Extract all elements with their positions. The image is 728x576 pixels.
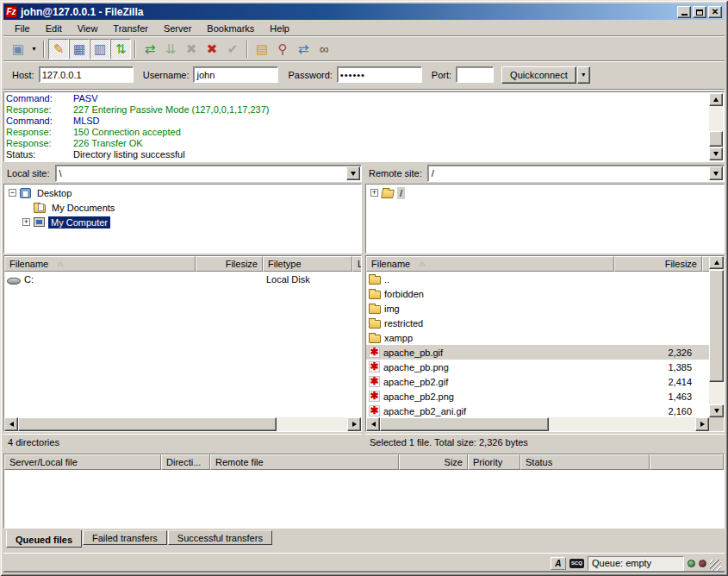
- column-header-filename[interactable]: Filename: [4, 256, 196, 272]
- remote-site-combo[interactable]: /: [427, 165, 725, 182]
- maximize-button[interactable]: [693, 6, 706, 18]
- tab-successful-transfers[interactable]: Successful transfers: [168, 530, 272, 545]
- tab-failed-transfers[interactable]: Failed transfers: [83, 530, 167, 545]
- tree-item-my-computer[interactable]: +My Computer: [4, 215, 361, 229]
- column-header-status[interactable]: Status: [520, 454, 650, 470]
- log-scrollbar-thumb[interactable]: [709, 131, 723, 147]
- transfer-queue: Server/Local fileDirecti...Remote fileSi…: [3, 454, 725, 529]
- chevron-down-icon: ▼: [581, 72, 587, 78]
- remote-site-dropdown[interactable]: [709, 166, 723, 180]
- quickconnect-button[interactable]: Quickconnect: [501, 66, 576, 84]
- quickconnect-dropdown[interactable]: ▼: [577, 66, 590, 84]
- password-input[interactable]: [337, 66, 422, 83]
- toolbar: ▣▼✎▦▥⇅⇄⇊✖✖✔▤⚲⇄∞: [3, 37, 725, 60]
- reconnect-icon[interactable]: ✔: [222, 39, 243, 59]
- sort-ascending-icon: [419, 261, 426, 266]
- username-input[interactable]: [193, 66, 278, 83]
- find-icon[interactable]: ∞: [314, 39, 334, 59]
- pane-splitter[interactable]: [362, 165, 365, 450]
- filename-text: xampp: [384, 333, 413, 343]
- scrollbar-corner: [709, 417, 724, 431]
- menu-edit[interactable]: Edit: [38, 22, 70, 35]
- file-row-c[interactable]: C:Local Disk: [4, 272, 361, 286]
- port-input[interactable]: [456, 66, 494, 83]
- toggle-remote-tree-icon[interactable]: ▥: [90, 39, 110, 59]
- collapse-icon[interactable]: −: [9, 189, 16, 197]
- log-line: Response:150 Connection accepted: [6, 127, 706, 138]
- toggle-local-tree-icon[interactable]: ▦: [69, 39, 90, 59]
- username-label: Username:: [143, 70, 190, 80]
- local-site-dropdown[interactable]: [346, 166, 360, 180]
- cancel-icon[interactable]: ✖: [181, 39, 202, 59]
- tab-queued-files[interactable]: Queued files: [6, 530, 82, 548]
- file-row-apache-pb-gif[interactable]: ✱apache_pb.gif2,326: [366, 345, 724, 360]
- file-row-[interactable]: ..: [366, 272, 724, 286]
- compare-icon[interactable]: ⚲: [272, 39, 293, 59]
- file-row-forbidden[interactable]: forbidden: [366, 286, 724, 301]
- queue-size-text: Queue: empty: [592, 558, 651, 568]
- folder-icon: [369, 305, 381, 314]
- resize-grip[interactable]: [710, 560, 721, 571]
- menu-view[interactable]: View: [70, 22, 106, 35]
- log-scrollbar[interactable]: [709, 93, 723, 160]
- log-line: Response:226 Transfer OK: [6, 138, 706, 149]
- file-row-apache-pb2-png[interactable]: ✱apache_pb2.png1,463: [366, 389, 724, 404]
- filter-icon[interactable]: ▤: [252, 39, 272, 59]
- minimize-button[interactable]: [677, 6, 691, 18]
- menu-transfer[interactable]: Transfer: [105, 22, 156, 35]
- remote-vscrollbar[interactable]: [709, 256, 724, 417]
- toggle-log-icon[interactable]: ✎: [48, 39, 69, 59]
- column-header-filesize[interactable]: Filesize: [196, 256, 263, 272]
- menu-bookmarks[interactable]: Bookmarks: [199, 22, 262, 35]
- scroll-left-icon: [9, 422, 14, 427]
- column-header-filesize[interactable]: Filesize: [614, 256, 702, 272]
- local-site-combo[interactable]: \: [55, 165, 362, 182]
- tree-item-[interactable]: +/: [366, 185, 724, 200]
- local-hscrollbar-thumb[interactable]: [18, 417, 277, 431]
- filesize-text: 2,326: [614, 347, 695, 358]
- expand-icon[interactable]: +: [370, 189, 378, 197]
- local-status-text: 4 directories: [8, 437, 59, 448]
- remote-vscrollbar-thumb[interactable]: [709, 270, 724, 382]
- file-row-img[interactable]: img: [366, 301, 724, 316]
- site-manager-icon[interactable]: ▣: [8, 39, 28, 59]
- file-row-apache-pb2-ani-gif[interactable]: ✱apache_pb2_ani.gif2,160: [366, 404, 724, 418]
- message-log: Command:PASVResponse:227 Entering Passiv…: [3, 91, 725, 162]
- column-header-filename[interactable]: Filename: [366, 256, 614, 272]
- column-header-directi[interactable]: Directi...: [161, 454, 210, 470]
- disconnect-icon[interactable]: ✖: [202, 39, 222, 59]
- file-row-apache-pb-png[interactable]: ✱apache_pb.png1,385: [366, 360, 724, 374]
- toolbar-separator: [43, 41, 45, 58]
- menu-server[interactable]: Server: [156, 22, 199, 35]
- host-input[interactable]: [39, 66, 134, 83]
- column-header-server-local-file[interactable]: Server/Local file: [4, 454, 161, 470]
- tree-item-my-documents[interactable]: My Documents: [4, 200, 361, 215]
- close-button[interactable]: ✕: [708, 6, 722, 18]
- column-header-priority[interactable]: Priority: [468, 454, 520, 470]
- sync-browsing-icon[interactable]: ⇄: [293, 39, 314, 59]
- column-header-remote-file[interactable]: Remote file: [210, 454, 399, 470]
- log-line-text: Directory listing successful: [73, 149, 185, 160]
- title-bar[interactable]: Fz john@127.0.0.1 - FileZilla ✕: [3, 3, 725, 20]
- site-manager-dropdown[interactable]: ▼: [28, 39, 40, 59]
- menu-help[interactable]: Help: [262, 22, 297, 35]
- remote-hscrollbar-thumb[interactable]: [380, 417, 549, 431]
- tree-item-desktop[interactable]: −Desktop: [4, 185, 361, 200]
- toggle-queue-icon[interactable]: ⇅: [110, 39, 131, 59]
- column-header-size[interactable]: Size: [399, 454, 468, 470]
- file-row-apache-pb2-gif[interactable]: ✱apache_pb2.gif2,414: [366, 374, 724, 389]
- filename-text: apache_pb2.gif: [383, 377, 448, 387]
- file-row-restricted[interactable]: restricted: [366, 316, 724, 330]
- column-header-l[interactable]: L: [352, 256, 362, 272]
- process-queue-icon[interactable]: ⇊: [160, 39, 181, 59]
- folder-icon: [369, 291, 381, 299]
- remote-hscrollbar[interactable]: [366, 417, 709, 431]
- host-label: Host:: [12, 70, 34, 80]
- file-row-xampp[interactable]: xampp: [366, 330, 724, 345]
- refresh-icon[interactable]: ⇄: [140, 39, 160, 59]
- expand-icon[interactable]: +: [22, 218, 30, 226]
- column-header-filetype[interactable]: Filetype: [263, 256, 352, 272]
- local-hscrollbar[interactable]: [4, 417, 361, 431]
- local-file-list: FilenameFilesizeFiletypeL C:Local Disk: [3, 255, 362, 432]
- menu-file[interactable]: File: [7, 22, 38, 35]
